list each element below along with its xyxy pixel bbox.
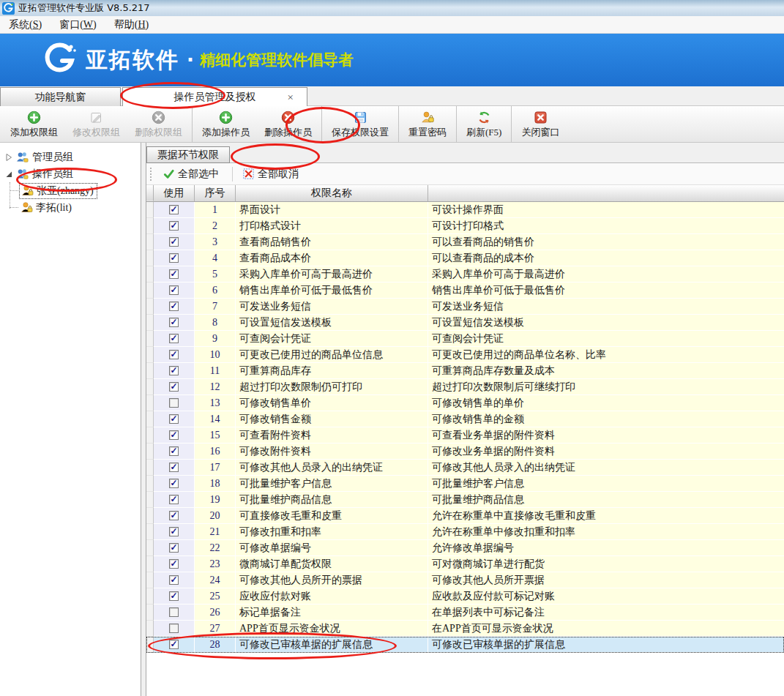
toolbar-button[interactable]: 添加操作员: [192, 106, 257, 142]
table-row[interactable]: 6 销售出库单价可低于最低售价 销售出库单价可低于最低售价: [146, 282, 784, 299]
permission-name: 可更改已使用过的商品单位信息: [236, 347, 428, 363]
table-row[interactable]: 19 可批量维护商品信息 可批量维护商品信息: [146, 492, 784, 508]
row-checkbox[interactable]: [169, 366, 179, 375]
row-checkbox[interactable]: [169, 253, 179, 263]
select-all-button[interactable]: 全部选中: [159, 165, 226, 183]
brand-dot: ·: [187, 49, 194, 71]
table-row[interactable]: 13 可修改销售单价 可修改销售单的单价: [146, 395, 784, 411]
table-row[interactable]: 20 可直接修改毛重和皮重 允许在称重单中直接修改毛重和皮重: [146, 508, 784, 524]
tab-close-icon[interactable]: ×: [288, 91, 294, 104]
table-row[interactable]: 24 可修改其他人员所开的票据 可修改其他人员所开票据: [146, 572, 784, 588]
row-checkbox[interactable]: [169, 334, 179, 343]
toolbar-button[interactable]: 添加权限组: [3, 106, 65, 142]
tree-node-user[interactable]: 张亚(zhangy): [19, 182, 141, 199]
table-row[interactable]: 9 可查阅会计凭证 可查阅会计凭证: [146, 331, 784, 347]
table-row[interactable]: 7 可发送业务短信 可发送业务短信: [146, 299, 784, 315]
toolbar-button[interactable]: 删除权限组: [127, 106, 190, 142]
row-number: 4: [195, 250, 236, 266]
tree-node-admin-group[interactable]: 管理员组: [0, 149, 141, 165]
table-row[interactable]: 14 可修改销售金额 可修改销售单的金额: [146, 411, 784, 427]
permission-description: 可修改其他人员录入的出纳凭证: [428, 460, 784, 476]
toolbar-button[interactable]: 修改权限组: [65, 106, 127, 142]
row-number: 23: [195, 556, 236, 572]
tree-node-operator-group[interactable]: 操作员组: [0, 165, 141, 182]
row-checkbox[interactable]: [169, 237, 179, 247]
row-checkbox[interactable]: [169, 446, 179, 456]
row-checkbox[interactable]: [169, 479, 179, 488]
toolbar-button[interactable]: 关闭窗口: [511, 106, 567, 142]
table-row[interactable]: 4 查看商品成本价 可以查看商品的成本价: [146, 250, 784, 266]
table-row[interactable]: 3 查看商品销售价 可以查看商品的销售价: [146, 234, 784, 250]
tab-nav-window[interactable]: 功能导航窗: [0, 87, 121, 106]
row-checkbox[interactable]: [169, 285, 179, 295]
table-row[interactable]: 18 可批量维护客户信息 可批量维护客户信息: [146, 476, 784, 492]
row-checkbox[interactable]: [169, 382, 179, 392]
header-use[interactable]: 使用: [154, 185, 195, 201]
row-checkbox[interactable]: [169, 575, 179, 585]
toolbar-button[interactable]: 删除操作员: [257, 106, 319, 142]
row-checkbox[interactable]: [169, 607, 179, 617]
table-row[interactable]: 2 打印格式设计 可设计打印格式: [146, 218, 784, 234]
table-row[interactable]: 26 标记单据备注 在单据列表中可标记备注: [146, 605, 784, 621]
permission-tab[interactable]: 票据环节权限: [146, 146, 230, 163]
table-row[interactable]: 17 可修改其他人员录入的出纳凭证 可修改其他人员录入的出纳凭证: [146, 460, 784, 476]
edit-icon: [89, 111, 103, 124]
table-row[interactable]: 5 采购入库单价可高于最高进价 采购入库单价可高于最高进价: [146, 266, 784, 282]
row-checkbox[interactable]: [169, 527, 179, 536]
expander-collapsed-icon[interactable]: [4, 153, 13, 162]
table-row[interactable]: 28 可修改已审核单据的扩展信息 可修改已审核单据的扩展信息: [146, 637, 784, 653]
row-checkbox[interactable]: [169, 559, 179, 569]
table-row[interactable]: 8 可设置短信发送模板 可设置短信发送模板: [146, 315, 784, 331]
row-number: 18: [195, 476, 236, 492]
row-checkbox[interactable]: [169, 350, 179, 359]
row-checkbox[interactable]: [169, 302, 179, 311]
table-row[interactable]: 16 可修改附件资料 可修改业务单据的附件资料: [146, 444, 784, 460]
table-row[interactable]: 12 超过打印次数限制仍可打印 超过打印次数限制后可继续打印: [146, 379, 784, 395]
row-checkbox[interactable]: [169, 543, 179, 553]
menu-item[interactable]: 系统(S): [0, 17, 51, 33]
row-indicator: [146, 427, 154, 444]
row-checkbox[interactable]: [169, 318, 179, 327]
menu-item[interactable]: 窗口(W): [51, 17, 105, 33]
row-number: 13: [195, 395, 236, 411]
operator-tree-panel: 管理员组 操作员组: [0, 143, 141, 696]
row-checkbox[interactable]: [169, 269, 179, 279]
row-number: 11: [195, 363, 236, 379]
table-row[interactable]: 15 可查看附件资料 可查看业务单据的附件资料: [146, 427, 784, 444]
row-checkbox[interactable]: [169, 495, 179, 504]
tab-operator-management[interactable]: 操作员管理及授权 ×: [122, 87, 307, 107]
table-row[interactable]: 22 可修改单据编号 允许修改单据编号: [146, 540, 784, 556]
table-row[interactable]: 1 界面设计 可设计操作界面: [146, 202, 784, 218]
table-row[interactable]: 11 可重算商品库存 可重算商品库存数量及成本: [146, 363, 784, 379]
row-number: 3: [195, 234, 236, 250]
table-row[interactable]: 25 应收应付款对账 应收款及应付款可标记对账: [146, 588, 784, 605]
expander-expanded-icon[interactable]: [4, 170, 13, 179]
row-checkbox[interactable]: [169, 205, 179, 214]
header-num[interactable]: 序号: [195, 185, 236, 201]
table-row[interactable]: 27 APP首页显示资金状况 在APP首页可显示资金状况: [146, 621, 784, 637]
row-checkbox[interactable]: [169, 463, 179, 472]
header-desc[interactable]: [428, 185, 784, 201]
permission-description: 可修改其他人员所开票据: [428, 572, 784, 588]
panel-splitter[interactable]: [141, 143, 146, 696]
deselect-all-button[interactable]: 全部取消: [239, 165, 306, 183]
header-name[interactable]: 权限名称: [236, 185, 428, 201]
row-checkbox[interactable]: [169, 624, 179, 633]
row-checkbox[interactable]: [169, 640, 179, 649]
row-checkbox[interactable]: [169, 398, 179, 408]
row-checkbox[interactable]: [169, 591, 179, 601]
toolbar-button[interactable]: 重置密码: [398, 106, 454, 142]
table-row[interactable]: 21 可修改扣重和扣率 允许在称重单中修改扣重和扣率: [146, 524, 784, 540]
tree-node-user[interactable]: 李拓(lit): [19, 199, 141, 216]
row-checkbox[interactable]: [169, 414, 179, 424]
toolbar-button[interactable]: 保存权限设置: [321, 106, 396, 142]
row-checkbox[interactable]: [169, 430, 179, 440]
row-checkbox[interactable]: [169, 221, 179, 231]
table-row[interactable]: 23 微商城订单配货权限 可对微商城订单进行配货: [146, 556, 784, 572]
permission-name: 可设置短信发送模板: [236, 315, 428, 331]
table-row[interactable]: 10 可更改已使用过的商品单位信息 可更改已使用过的商品单位名称、比率: [146, 347, 784, 363]
row-checkbox[interactable]: [169, 511, 179, 520]
row-indicator: [146, 411, 154, 427]
toolbar-button[interactable]: 刷新(F5): [456, 106, 509, 142]
menu-item[interactable]: 帮助(H): [105, 17, 157, 33]
